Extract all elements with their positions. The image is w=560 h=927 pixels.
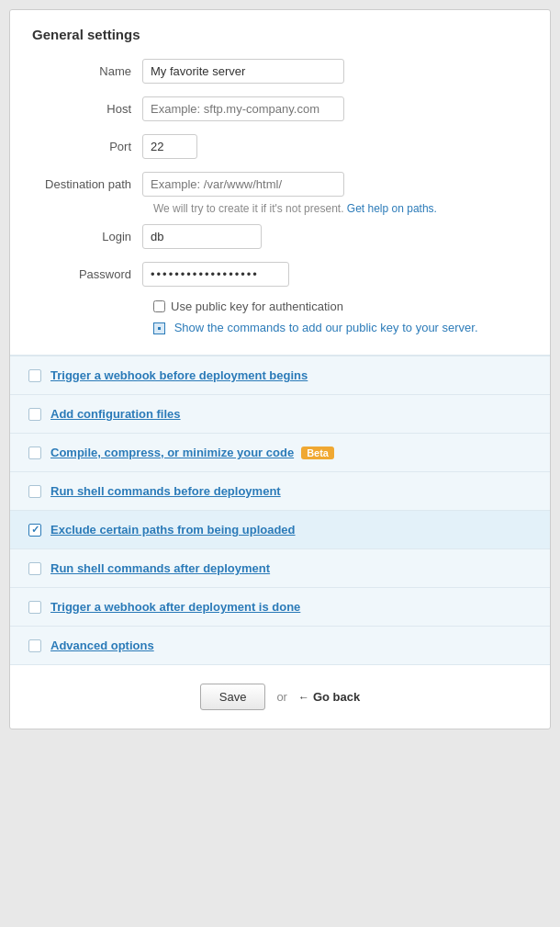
feature-link-exclude-paths[interactable]: Exclude certain paths from being uploade… — [50, 523, 296, 537]
feature-checkbox-exclude-paths[interactable] — [28, 524, 41, 537]
feature-row-compile-code[interactable]: Compile, compress, or minimize your code… — [10, 434, 550, 472]
dest-input[interactable] — [142, 172, 344, 197]
feature-link-config-files[interactable]: Add configuration files — [50, 407, 181, 421]
general-settings-section: General settings Name Host Port Destinat… — [10, 10, 550, 356]
feature-link-advanced-options[interactable]: Advanced options — [50, 639, 154, 652]
port-input[interactable] — [142, 134, 197, 159]
host-row: Host — [32, 96, 528, 121]
dest-row: Destination path — [32, 172, 528, 197]
feature-row-shell-after[interactable]: Run shell commands after deployment — [10, 549, 550, 588]
beta-badge-compile-code: Beta — [301, 447, 334, 459]
login-row: Login — [32, 224, 528, 249]
feature-checkbox-webhook-after[interactable] — [28, 601, 41, 614]
go-back-label: Go back — [313, 690, 360, 704]
feature-checkbox-webhook-before[interactable] — [28, 369, 41, 382]
port-label: Port — [32, 140, 142, 153]
password-input[interactable] — [142, 262, 289, 287]
host-label: Host — [32, 102, 142, 116]
feature-link-shell-after[interactable]: Run shell commands after deployment — [50, 561, 270, 575]
info-checkbox-icon — [153, 322, 165, 334]
password-row: Password — [32, 262, 528, 287]
or-text: or — [276, 690, 287, 704]
show-commands-row: Show the commands to add our public key … — [153, 321, 528, 334]
feature-link-webhook-before[interactable]: Trigger a webhook before deployment begi… — [50, 368, 308, 382]
show-commands-link[interactable]: Show the commands to add our public key … — [174, 321, 478, 334]
save-button[interactable]: Save — [200, 684, 266, 710]
footer-section: Save or ← Go back — [10, 664, 550, 729]
features-section: Trigger a webhook before deployment begi… — [10, 356, 550, 664]
name-label: Name — [32, 64, 142, 78]
feature-link-compile-code[interactable]: Compile, compress, or minimize your code — [50, 446, 294, 459]
feature-row-webhook-before[interactable]: Trigger a webhook before deployment begi… — [10, 356, 550, 395]
feature-row-webhook-after[interactable]: Trigger a webhook after deployment is do… — [10, 588, 550, 627]
feature-checkbox-advanced-options[interactable] — [28, 639, 41, 652]
section-title: General settings — [32, 27, 528, 42]
dest-label: Destination path — [32, 177, 142, 191]
feature-link-webhook-after[interactable]: Trigger a webhook after deployment is do… — [50, 600, 300, 614]
login-label: Login — [32, 230, 142, 243]
feature-row-advanced-options[interactable]: Advanced options — [10, 627, 550, 664]
login-input[interactable] — [142, 224, 262, 249]
page-container: General settings Name Host Port Destinat… — [9, 9, 551, 729]
dest-hint: We will try to create it if it's not pre… — [153, 202, 528, 215]
name-input[interactable] — [142, 59, 344, 84]
host-input[interactable] — [142, 96, 344, 121]
public-key-label: Use public key for authentication — [171, 300, 343, 313]
feature-row-shell-before[interactable]: Run shell commands before deployment — [10, 472, 550, 511]
go-back-arrow: ← — [298, 691, 309, 704]
name-row: Name — [32, 59, 528, 84]
feature-checkbox-config-files[interactable] — [28, 408, 41, 421]
feature-row-config-files[interactable]: Add configuration files — [10, 395, 550, 434]
feature-checkbox-compile-code[interactable] — [28, 447, 41, 459]
feature-row-exclude-paths[interactable]: Exclude certain paths from being uploade… — [10, 511, 550, 549]
public-key-row: Use public key for authentication — [153, 300, 528, 313]
go-back-link[interactable]: ← Go back — [298, 690, 360, 704]
password-label: Password — [32, 267, 142, 281]
dest-hint-link[interactable]: Get help on paths. — [347, 202, 437, 215]
feature-checkbox-shell-before[interactable] — [28, 485, 41, 498]
feature-link-shell-before[interactable]: Run shell commands before deployment — [50, 484, 281, 498]
port-row: Port — [32, 134, 528, 159]
public-key-checkbox[interactable] — [153, 300, 165, 312]
feature-checkbox-shell-after[interactable] — [28, 562, 41, 575]
